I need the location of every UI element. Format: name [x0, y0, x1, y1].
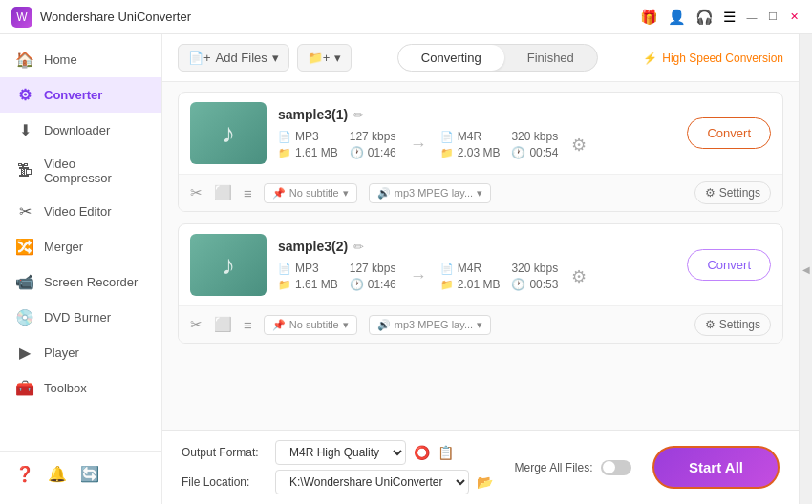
edit-icon-1[interactable]: ✏ [353, 108, 364, 122]
target-bitrate-2: 320 kbps [511, 262, 558, 275]
notification-icon[interactable]: 🔔 [48, 465, 67, 483]
user-icon[interactable]: 👤 [668, 9, 686, 26]
merger-icon: 🔀 [15, 238, 34, 256]
settings-button-1[interactable]: ⚙ Settings [694, 181, 771, 204]
collapse-arrow-icon: ◀ [802, 264, 810, 275]
file-card-1-bottom: ✂ ⬜ ≡ 📌 No subtitle ▾ 🔊 mp3 MPEG lay... … [179, 174, 782, 211]
file-icon-1a: 📄 [278, 131, 291, 143]
sidebar-item-downloader[interactable]: ⬇ Downloader [0, 113, 161, 148]
cut-icon-2[interactable]: ✂ [190, 316, 203, 333]
file-location-label: File Location: [182, 475, 267, 489]
file-actions-2: ✂ ⬜ ≡ 📌 No subtitle ▾ 🔊 mp3 MPEG lay... … [190, 315, 491, 335]
sidebar-item-video-editor[interactable]: ✂ Video Editor [0, 194, 161, 229]
header-left: 📄+ Add Files ▾ 📁+ ▾ [178, 44, 352, 72]
sidebar-label-dvd-burner: DVD Burner [44, 310, 111, 325]
source-duration-2: 01:46 [368, 278, 396, 291]
downloader-icon: ⬇ [15, 121, 34, 139]
file-location-select[interactable]: K:\Wondershare UniConverter [275, 470, 469, 494]
start-all-button[interactable]: Start All [652, 446, 780, 489]
arrow-icon-1: → [410, 135, 427, 155]
target-format-label-1: M4R [458, 130, 481, 143]
layer-icon-1: 🔊 [377, 187, 391, 200]
source-format-label-1: MP3 [295, 130, 319, 143]
menu-icon[interactable]: ☰ [723, 9, 736, 26]
sidebar-item-converter[interactable]: ⚙ Converter [0, 77, 161, 113]
tab-finished[interactable]: Finished [504, 45, 597, 71]
output-format-row: Output Format: M4R High Quality ⭕ 📋 [182, 440, 493, 465]
output-format-select[interactable]: M4R High Quality [275, 440, 406, 465]
app-icon: W [11, 7, 32, 28]
source-duration-1: 01:46 [368, 146, 396, 159]
menu-icon-2[interactable]: ≡ [244, 317, 252, 333]
layer-select-2[interactable]: 🔊 mp3 MPEG lay... ▾ [369, 315, 491, 335]
settings-gear-icon-1[interactable]: ⚙ [571, 135, 587, 156]
sidebar-collapse-handle[interactable]: ◀ [799, 34, 812, 504]
bottom-bar: Output Format: M4R High Quality ⭕ 📋 File… [162, 430, 799, 504]
sidebar-item-merger[interactable]: 🔀 Merger [0, 229, 161, 264]
add-folder-button[interactable]: 📁+ ▾ [297, 44, 353, 72]
sidebar-item-toolbox[interactable]: 🧰 Toolbox [0, 370, 161, 406]
source-bitrate-2: 127 kbps [350, 262, 396, 275]
files-area: ♪ sample3(1) ✏ 📄 MP3 [162, 82, 799, 430]
add-files-chevron: ▾ [272, 51, 279, 65]
copy-icon-2[interactable]: ⬜ [214, 316, 232, 333]
settings-button-2[interactable]: ⚙ Settings [694, 313, 771, 336]
subtitle-select-1[interactable]: 📌 No subtitle ▾ [264, 183, 357, 203]
file-name-2: sample3(2) [278, 239, 348, 254]
sidebar-item-dvd-burner[interactable]: 💿 DVD Burner [0, 300, 161, 335]
target-size-2: 2.01 MB [458, 278, 501, 291]
help-icon[interactable]: ❓ [15, 465, 34, 483]
menu-icon-1[interactable]: ≡ [244, 185, 252, 201]
tabs-container: Converting Finished [397, 44, 598, 72]
sidebar-item-player[interactable]: ▶ Player [0, 335, 161, 370]
music-icon-1: ♪ [222, 118, 235, 149]
editor-icon: ✂ [15, 202, 34, 220]
lightning-icon: ⚡ [643, 52, 657, 65]
music-icon-2: ♪ [222, 250, 235, 281]
add-files-label: Add Files [216, 51, 267, 65]
convert-button-2[interactable]: Convert [687, 249, 771, 281]
tab-converting[interactable]: Converting [398, 45, 504, 71]
target-file-icon-2: 📄 [440, 262, 454, 275]
player-icon: ▶ [15, 344, 34, 362]
title-bar: W Wondershare UniConverter 🎁 👤 🎧 ☰ — ☐ ✕ [0, 0, 812, 34]
folder-open-icon[interactable]: 📂 [477, 474, 493, 490]
info-icon: 📋 [438, 445, 454, 460]
source-details-1: 127 kbps 🕐 01:46 [350, 130, 396, 159]
sidebar-label-converter: Converter [44, 88, 102, 102]
clock-icon-2a: 🕐 [350, 278, 364, 291]
source-format-label-2: MP3 [295, 262, 319, 275]
copy-icon-1[interactable]: ⬜ [214, 184, 232, 201]
layer-label-2: mp3 MPEG lay... [395, 319, 473, 330]
refresh-icon[interactable]: 🔄 [80, 465, 99, 483]
add-files-icon: 📄+ [188, 51, 211, 65]
sidebar-item-video-compressor[interactable]: 🗜 Video Compressor [0, 148, 161, 194]
cut-icon-1[interactable]: ✂ [190, 184, 203, 201]
home-icon: 🏠 [15, 51, 34, 69]
maximize-btn[interactable]: ☐ [766, 10, 780, 24]
headset-icon[interactable]: 🎧 [695, 9, 714, 26]
edit-icon-2[interactable]: ✏ [353, 240, 364, 254]
file-format-row-1: 📄 MP3 📁 1.61 MB 127 kbps [278, 130, 675, 159]
subtitle-select-2[interactable]: 📌 No subtitle ▾ [264, 315, 357, 335]
target-format-label-2: M4R [458, 262, 481, 275]
file-card-2-top: ♪ sample3(2) ✏ 📄 MP3 [179, 224, 782, 305]
settings-gear-icon-2[interactable]: ⚙ [571, 266, 587, 287]
layer-select-1[interactable]: 🔊 mp3 MPEG lay... ▾ [369, 183, 491, 203]
convert-button-1[interactable]: Convert [687, 117, 771, 149]
file-format-row-2: 📄 MP3 📁 1.61 MB 127 kbps [278, 262, 675, 291]
merge-label: Merge All Files: [515, 461, 593, 474]
sidebar-label-downloader: Downloader [44, 123, 110, 137]
close-btn[interactable]: ✕ [787, 10, 801, 24]
add-files-button[interactable]: 📄+ Add Files ▾ [178, 44, 289, 72]
sidebar-item-home[interactable]: 🏠 Home [0, 42, 161, 77]
file-thumb-2: ♪ [190, 234, 267, 296]
gift-icon[interactable]: 🎁 [640, 9, 658, 26]
file-info-2: sample3(2) ✏ 📄 MP3 📁 [278, 239, 675, 291]
sidebar-item-screen-recorder[interactable]: 📹 Screen Recorder [0, 264, 161, 300]
merge-toggle[interactable] [601, 460, 631, 475]
settings-label-2: Settings [719, 318, 760, 331]
folder-icon-2a: 📁 [278, 279, 291, 291]
minimize-btn[interactable]: — [745, 10, 759, 24]
main-content: 📄+ Add Files ▾ 📁+ ▾ Converting Finished … [162, 34, 799, 504]
